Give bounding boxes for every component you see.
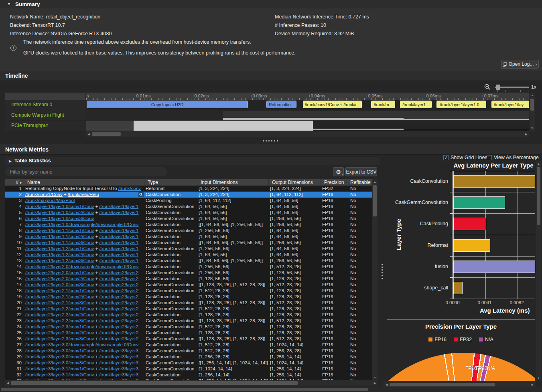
table-row[interactable]: 25/trunk/layer2/layer2.3/conv2/Conv + /t… [5, 330, 372, 336]
layer-link[interactable]: /trunk/layer1/layer1.1/conv1/Conv [25, 228, 94, 233]
layer-link[interactable]: /trunk/layer1/layer1.0/downsample/downsa… [25, 222, 139, 227]
table-row[interactable]: 20/trunk/layer2/layer2.1/conv3/Conv + /t… [5, 300, 372, 306]
column-header--[interactable]: # ▼ [5, 179, 24, 186]
layer-link[interactable]: /trunk/layer3/layer3.0/downsample/downsa… [25, 342, 139, 347]
scroll-up-icon[interactable]: ▲ [372, 179, 378, 184]
layer-link[interactable]: /trunk/layer3/layer3.1/conv2/Conv [25, 372, 94, 377]
table-row[interactable]: 2/trunk/conv1/Conv + /trunk/relu/ReluCas… [5, 192, 372, 198]
timeline-h-scrollbar[interactable]: ◀ ▶ [86, 131, 529, 137]
layer-link[interactable]: /trunk/layer2/layer2.0/conv1/Conv [25, 270, 94, 275]
column-header-precision[interactable]: Precision [321, 179, 347, 186]
table-row[interactable]: 27/trunk/layer3/layer3.0/downsample/down… [5, 342, 372, 348]
table-row[interactable]: 21/trunk/layer2/layer2.2/conv1/Conv + /t… [5, 306, 372, 312]
table-row[interactable]: 29/trunk/layer3/layer3.0/conv2/Conv + /t… [5, 354, 372, 360]
charts-v-scrollbar-handle[interactable] [537, 167, 540, 225]
table-v-scrollbar[interactable]: ▲ ▼ [372, 179, 378, 380]
table-statistics-band[interactable]: ▶ Table Statistics [5, 157, 380, 165]
layer-link[interactable]: /trunk/layer3/layer3 [99, 372, 138, 377]
layer-link[interactable]: /trunk/layer1/layer1 [99, 252, 138, 257]
scroll-down-icon[interactable]: ▼ [530, 125, 535, 131]
track-label-compute-warps[interactable]: Compute Warps in Flight [5, 110, 85, 120]
filter-input[interactable] [5, 167, 167, 176]
layer-link[interactable]: /trunk/layer1/layer1.2/conv3/Conv [25, 258, 94, 263]
scroll-left-icon[interactable]: ◀ [5, 380, 10, 386]
zoom-out-icon[interactable] [484, 83, 491, 91]
vertical-splitter-handle[interactable] [382, 264, 383, 279]
table-row[interactable]: 15/trunk/layer2/layer2.0/conv1/Conv + /t… [5, 270, 372, 276]
layer-link[interactable]: /trunk/layer2/layer2 [99, 288, 138, 293]
show-grid-lines-checkbox[interactable]: ✓ [443, 155, 449, 160]
table-row[interactable]: 14/trunk/layer2/layer2.0/downsample/down… [5, 264, 372, 270]
layer-link[interactable]: /trunk/layer3/layer3 [99, 378, 138, 380]
table-h-scrollbar-handle[interactable] [11, 381, 298, 385]
track-label-inference-stream[interactable]: Inference Stream 0 [5, 100, 85, 110]
layer-link[interactable]: /trunk/layer2/layer2 [99, 300, 138, 305]
layer-link[interactable]: /trunk/layer2/layer2 [99, 306, 138, 311]
layer-link[interactable]: /trunk/layer2/layer2 [99, 318, 138, 323]
scroll-left-icon[interactable]: ◀ [86, 131, 91, 137]
layer-link[interactable]: /trunk/layer2/layer2.0/conv2/Conv [25, 276, 94, 281]
timeline-v-scrollbar[interactable]: ▲ ▼ [530, 93, 535, 131]
layer-link[interactable]: /trunk/layer1/layer1.0/conv1/Conv [25, 204, 94, 209]
table-settings-button[interactable]: ⚙ ▾ [333, 167, 344, 176]
layer-link[interactable]: /trunk/relu/Relu [68, 192, 99, 197]
summary-header-band[interactable]: ▼ Summary [0, 0, 542, 9]
layer-link[interactable]: /trunk/layer2/layer2 [99, 294, 138, 299]
open-log-button[interactable]: Open Log... ▾ [501, 60, 539, 69]
layer-link[interactable]: /trunk/layer3/layer3 [99, 348, 138, 353]
layer-link[interactable]: /trunk/layer1/layer1.2/conv2/Conv [25, 252, 94, 257]
timeline-event[interactable]: /trunk/layer1/lay... [491, 101, 529, 108]
page-h-scrollbar[interactable] [0, 387, 542, 392]
layer-link[interactable]: /trunk/conv1/Conv [25, 192, 63, 197]
layer-link[interactable]: /trunk/layer2/layer2 [99, 336, 138, 341]
scroll-right-icon[interactable]: ▶ [530, 382, 535, 387]
layer-link[interactable]: /trunk/layer1/layer1.0/conv2/Conv [25, 210, 94, 215]
table-row[interactable]: 22/trunk/layer2/layer2.2/conv2/Conv + /t… [5, 312, 372, 318]
column-header-output-dimensions[interactable]: Output Dimensions [269, 179, 321, 186]
layer-link[interactable]: /trunk/layer1/layer1 [99, 258, 138, 263]
timeline-ruler[interactable]: -1ss+0.01ms+0.02ms+0.03ms+0.04ms+0.05ms+… [86, 93, 529, 100]
layer-link[interactable]: /trunk/layer1/layer1.1/conv3/Conv [25, 240, 94, 245]
zoom-to-layer-icon[interactable] [138, 192, 144, 197]
table-row[interactable]: 30/trunk/layer3/layer3.0/conv3/Conv + /t… [5, 360, 372, 366]
column-header-input-dimensions[interactable]: Input Dimensions [197, 179, 269, 186]
column-header-refittable[interactable]: Refittable [347, 179, 372, 186]
table-h-scrollbar[interactable]: ◀ ▶ [5, 380, 378, 386]
table-row[interactable]: 18/trunk/layer2/layer2.1/conv1/Conv + /t… [5, 288, 372, 294]
track-label-pcie-throughput[interactable]: PCIe Throughput [5, 121, 85, 131]
table-row[interactable]: 13/trunk/layer1/layer1.2/conv3/Conv + /t… [5, 258, 372, 264]
timeline-event[interactable]: /trunk/m... [371, 101, 395, 108]
layer-link[interactable]: /trunk/layer2/layer2.1/conv3/Conv [25, 300, 94, 305]
scroll-left-icon[interactable]: ◀ [384, 382, 389, 387]
scroll-right-icon[interactable]: ▶ [524, 131, 529, 137]
timeline-zoom-slider-handle[interactable] [496, 85, 500, 90]
scroll-down-icon[interactable]: ▼ [536, 376, 541, 381]
layer-link[interactable]: /trunk/layer2/layer2.1/conv1/Conv [25, 288, 94, 293]
layer-link[interactable]: /trunk/layer3/layer3.0/conv2/Conv [25, 354, 94, 359]
view-as-percentage-label[interactable]: View As Percentage [494, 155, 539, 160]
charts-h-scrollbar-handle[interactable] [390, 383, 495, 386]
timeline-event[interactable]: /trunk/layer1/layer1.0... [436, 101, 486, 108]
layer-link[interactable]: /trunk/layer1/layer1 [99, 240, 138, 245]
table-row[interactable]: 33/trunk/layer3/layer3.1/conv3/Conv + /t… [5, 378, 372, 380]
table-row[interactable]: 10/trunk/layer1/layer1.1/conv3/Conv + /t… [5, 240, 372, 246]
layer-link[interactable]: /trunk/layer1/layer1.1/conv2/Conv [25, 234, 94, 239]
table-row[interactable]: 17/trunk/layer2/layer2.0/conv3/Conv + /t… [5, 282, 372, 288]
layer-link[interactable]: /trunk/layer2/layer2.0/conv3/Conv [25, 282, 94, 287]
layer-link[interactable]: /trunk/layer2/layer2.2/conv1/Conv [25, 306, 94, 311]
layer-link[interactable]: /trunk/layer2/layer2 [99, 276, 138, 281]
table-row[interactable]: 8/trunk/layer1/layer1.1/conv1/Conv + /tr… [5, 228, 372, 234]
table-row[interactable]: 19/trunk/layer2/layer2.1/conv2/Conv + /t… [5, 294, 372, 300]
charts-h-scrollbar[interactable]: ◀ ▶ [383, 382, 536, 387]
table-row[interactable]: 3/trunk/maxpool/MaxPoolCaskPooling[1, 64… [5, 198, 372, 204]
show-grid-lines-label[interactable]: Show Grid Lines [451, 155, 487, 160]
timeline-event[interactable]: Reformattin... [266, 101, 296, 108]
layer-link[interactable]: /trunk/layer1/layer1 [99, 210, 138, 215]
table-row[interactable]: 12/trunk/layer1/layer1.2/conv2/Conv + /t… [5, 252, 372, 258]
layer-link[interactable]: /trunk/maxpool/MaxPool [25, 198, 75, 203]
collapse-icon[interactable]: ▼ [7, 2, 11, 6]
layer-link[interactable]: /trunk/layer3/layer3.0/conv3/Conv [25, 360, 94, 365]
scroll-down-icon[interactable]: ▼ [372, 375, 378, 380]
table-row[interactable]: 26/trunk/layer2/layer2.3/conv3/Conv + /t… [5, 336, 372, 342]
table-row[interactable]: 7/trunk/layer1/layer1.0/downsample/downs… [5, 222, 372, 228]
